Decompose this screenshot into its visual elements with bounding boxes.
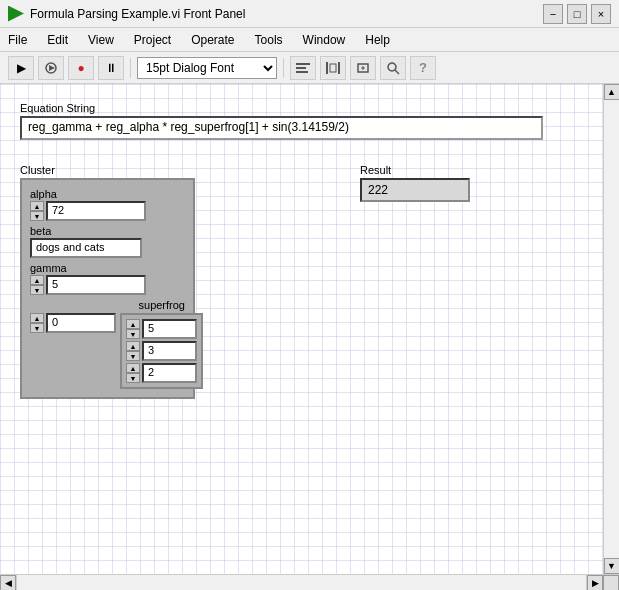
horizontal-scrollbar: ◀ ▶	[0, 574, 619, 590]
superfrog-1-decrement-button[interactable]: ▼	[126, 351, 140, 361]
equation-string-input[interactable]: reg_gamma + reg_alpha * reg_superfrog[1]…	[20, 116, 543, 140]
alpha-decrement-button[interactable]: ▼	[30, 211, 44, 221]
menu-window[interactable]: Window	[299, 31, 350, 49]
app-icon	[8, 6, 24, 22]
superfrog-index-input[interactable]: 0	[46, 313, 116, 333]
superfrog-label: superfrog	[60, 299, 185, 311]
close-button[interactable]: ×	[591, 4, 611, 24]
zoom-button[interactable]	[380, 56, 406, 80]
align-button[interactable]	[290, 56, 316, 80]
vertical-scrollbar: ▲ ▼	[603, 84, 619, 574]
scroll-track-horizontal[interactable]	[16, 575, 587, 590]
svg-rect-2	[296, 63, 310, 65]
font-dropdown[interactable]: 15pt Dialog Font	[137, 57, 277, 79]
scroll-track-vertical[interactable]	[604, 100, 619, 558]
menu-view[interactable]: View	[84, 31, 118, 49]
cluster-label: Cluster	[20, 164, 195, 176]
superfrog-index-row: ▲ ▼ 0	[30, 313, 116, 333]
superfrog-row-2: ▲ ▼ 2	[126, 363, 197, 383]
menu-operate[interactable]: Operate	[187, 31, 238, 49]
menu-project[interactable]: Project	[130, 31, 175, 49]
superfrog-1-increment-button[interactable]: ▲	[126, 341, 140, 351]
toolbar-separator-2	[283, 58, 284, 78]
gamma-label: gamma	[30, 262, 185, 274]
scroll-left-button[interactable]: ◀	[0, 575, 16, 591]
gamma-decrement-button[interactable]: ▼	[30, 285, 44, 295]
maximize-button[interactable]: □	[567, 4, 587, 24]
pause-button[interactable]: ⏸	[98, 56, 124, 80]
superfrog-0-increment-button[interactable]: ▲	[126, 319, 140, 329]
gamma-increment-button[interactable]: ▲	[30, 275, 44, 285]
beta-label: beta	[30, 225, 185, 237]
equation-string-label: Equation String	[20, 102, 543, 114]
svg-rect-4	[296, 71, 308, 73]
gamma-input-row: ▲ ▼ 5	[30, 275, 185, 295]
svg-rect-7	[330, 64, 336, 72]
alpha-spin-buttons: ▲ ▼	[30, 201, 44, 221]
window-controls: − □ ×	[543, 4, 611, 24]
superfrog-value-2[interactable]: 2	[142, 363, 197, 383]
superfrog-row-1: ▲ ▼ 3	[126, 341, 197, 361]
superfrog-0-decrement-button[interactable]: ▼	[126, 329, 140, 339]
superfrog-array-inner: ▲ ▼ 5 ▲ ▼ 3	[120, 313, 203, 389]
window-title: Formula Parsing Example.vi Front Panel	[30, 7, 245, 21]
beta-input[interactable]: dogs and cats	[30, 238, 142, 258]
toolbar: ▶ ● ⏸ 15pt Dialog Font ?	[0, 52, 619, 84]
scroll-right-button[interactable]: ▶	[587, 575, 603, 591]
svg-point-11	[388, 63, 396, 71]
svg-marker-1	[49, 65, 55, 71]
superfrog-index-spin-buttons: ▲ ▼	[30, 313, 44, 333]
run-button[interactable]: ▶	[8, 56, 34, 80]
equation-string-box: Equation String reg_gamma + reg_alpha * …	[20, 102, 543, 140]
superfrog-1-spin-buttons: ▲ ▼	[126, 341, 140, 361]
minimize-button[interactable]: −	[543, 4, 563, 24]
scroll-down-button[interactable]: ▼	[604, 558, 620, 574]
result-label: Result	[360, 164, 470, 176]
title-bar: Formula Parsing Example.vi Front Panel −…	[0, 0, 619, 28]
gamma-input[interactable]: 5	[46, 275, 146, 295]
alpha-label: alpha	[30, 188, 185, 200]
beta-field-group: beta dogs and cats	[30, 225, 185, 258]
superfrog-value-0[interactable]: 5	[142, 319, 197, 339]
superfrog-index-increment-button[interactable]: ▲	[30, 313, 44, 323]
alpha-input[interactable]: 72	[46, 201, 146, 221]
toolbar-separator-1	[130, 58, 131, 78]
alpha-input-row: ▲ ▼ 72	[30, 201, 185, 221]
result-value: 222	[360, 178, 470, 202]
gamma-field-group: gamma ▲ ▼ 5	[30, 262, 185, 295]
distribute-button[interactable]	[320, 56, 346, 80]
alpha-field-group: alpha ▲ ▼ 72	[30, 188, 185, 221]
superfrog-2-decrement-button[interactable]: ▼	[126, 373, 140, 383]
menu-bar: File Edit View Project Operate Tools Win…	[0, 28, 619, 52]
cluster-inner: alpha ▲ ▼ 72 beta dogs and cats	[20, 178, 195, 399]
superfrog-2-spin-buttons: ▲ ▼	[126, 363, 140, 383]
help-button[interactable]: ?	[410, 56, 436, 80]
superfrog-2-increment-button[interactable]: ▲	[126, 363, 140, 373]
resize-grip[interactable]	[603, 575, 619, 591]
resize-button[interactable]	[350, 56, 376, 80]
svg-rect-5	[326, 62, 328, 74]
superfrog-0-spin-buttons: ▲ ▼	[126, 319, 140, 339]
superfrog-group: superfrog ▲ ▼ 0 ▲	[30, 299, 185, 389]
superfrog-index-decrement-button[interactable]: ▼	[30, 323, 44, 333]
abort-button[interactable]: ●	[68, 56, 94, 80]
front-panel-canvas: Equation String reg_gamma + reg_alpha * …	[0, 84, 603, 574]
scroll-up-button[interactable]: ▲	[604, 84, 620, 100]
menu-file[interactable]: File	[4, 31, 31, 49]
svg-rect-3	[296, 67, 306, 69]
superfrog-box: ▲ ▼ 0 ▲ ▼ 5	[30, 313, 185, 389]
superfrog-value-1[interactable]: 3	[142, 341, 197, 361]
menu-edit[interactable]: Edit	[43, 31, 72, 49]
alpha-increment-button[interactable]: ▲	[30, 201, 44, 211]
menu-tools[interactable]: Tools	[251, 31, 287, 49]
svg-line-12	[395, 70, 399, 74]
superfrog-row-0: ▲ ▼ 5	[126, 319, 197, 339]
gamma-spin-buttons: ▲ ▼	[30, 275, 44, 295]
result-box: Result 222	[360, 164, 470, 202]
run-continuous-button[interactable]	[38, 56, 64, 80]
main-content: LET'S DO MATH Equation String reg_gamma …	[0, 84, 619, 574]
svg-rect-6	[338, 62, 340, 74]
menu-help[interactable]: Help	[361, 31, 394, 49]
cluster-control: Cluster alpha ▲ ▼ 72 beta do	[20, 164, 195, 399]
